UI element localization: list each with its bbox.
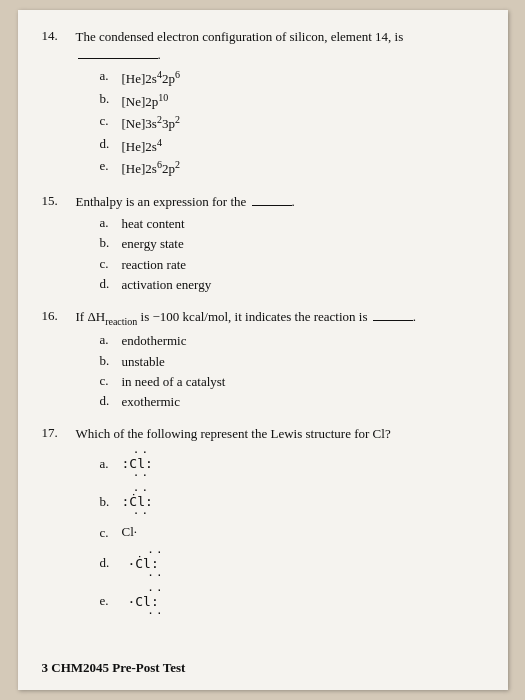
question-17: 17. Which of the following represent the… (42, 425, 484, 617)
option-letter: a. (100, 68, 122, 84)
option-letter: c. (100, 373, 122, 389)
option-letter: d. (100, 555, 122, 571)
list-item: c. Cl· (100, 523, 484, 541)
option-text: [Ne]2p10 (122, 91, 169, 112)
option-text: [He]2s42p6 (122, 68, 180, 89)
option-text: endothermic (122, 332, 187, 350)
option-letter: c. (100, 113, 122, 129)
option-letter: b. (100, 235, 122, 251)
option-letter: d. (100, 136, 122, 152)
list-item: d. ·· ·Ċl: ·· (100, 547, 484, 580)
list-item: a. heat content (100, 215, 484, 233)
option-text: energy state (122, 235, 184, 253)
question-15: 15. Enthalpy is an expression for the . … (42, 193, 484, 294)
option-text: Cl· (122, 523, 138, 541)
list-item: b. ·· :Ċl: ·· (100, 485, 484, 518)
option-letter: e. (100, 593, 122, 609)
option-text: reaction rate (122, 256, 187, 274)
option-text: exothermic (122, 393, 180, 411)
option-letter: a. (100, 215, 122, 231)
list-item: a. [He]2s42p6 (100, 68, 484, 89)
q14-options: a. [He]2s42p6 b. [Ne]2p10 c. [Ne]3s23p2 … (100, 68, 484, 179)
option-letter: b. (100, 494, 122, 510)
option-text: ·· ·Ċl: ·· (122, 547, 165, 580)
q16-number: 16. (42, 308, 76, 324)
list-item: b. unstable (100, 353, 484, 371)
option-letter: d. (100, 276, 122, 292)
question-16: 16. If ΔHreaction is −100 kcal/mol, it i… (42, 308, 484, 411)
option-text: [Ne]3s23p2 (122, 113, 180, 134)
option-letter: b. (100, 91, 122, 107)
q14-text: The condensed electron configuration of … (76, 28, 484, 64)
option-text: ·· :Ċl: ·· (122, 485, 153, 518)
list-item: d. activation energy (100, 276, 484, 294)
list-item: d. exothermic (100, 393, 484, 411)
option-text: heat content (122, 215, 185, 233)
list-item: c. reaction rate (100, 256, 484, 274)
option-text: in need of a catalyst (122, 373, 226, 391)
option-letter: b. (100, 353, 122, 369)
q16-text: If ΔHreaction is −100 kcal/mol, it indic… (76, 308, 484, 329)
q15-number: 15. (42, 193, 76, 209)
option-text: ·· :Cl: ·· (122, 447, 153, 480)
list-item: a. endothermic (100, 332, 484, 350)
option-text: [He]2s62p2 (122, 158, 180, 179)
option-text: [He]2s4 (122, 136, 162, 157)
list-item: c. in need of a catalyst (100, 373, 484, 391)
q15-options: a. heat content b. energy state c. react… (100, 215, 484, 294)
option-letter: a. (100, 332, 122, 348)
q16-options: a. endothermic b. unstable c. in need of… (100, 332, 484, 411)
q15-text: Enthalpy is an expression for the . (76, 193, 484, 211)
option-letter: d. (100, 393, 122, 409)
page: 14. The condensed electron configuration… (18, 10, 508, 690)
option-text: unstable (122, 353, 165, 371)
list-item: e. [He]2s62p2 (100, 158, 484, 179)
list-item: a. ·· :Cl: ·· (100, 447, 484, 480)
q17-options: a. ·· :Cl: ·· b. ·· :Ċl: ·· (100, 447, 484, 617)
option-letter: e. (100, 158, 122, 174)
q17-text: Which of the following represent the Lew… (76, 425, 484, 443)
q17-number: 17. (42, 425, 76, 441)
q14-number: 14. (42, 28, 76, 44)
option-text: ·· ·Cl: ·· (122, 585, 165, 618)
option-text: activation energy (122, 276, 212, 294)
list-item: e. ·· ·Cl: ·· (100, 585, 484, 618)
question-14: 14. The condensed electron configuration… (42, 28, 484, 179)
footer-text: 3 CHM2045 Pre-Post Test (42, 660, 186, 676)
list-item: d. [He]2s4 (100, 136, 484, 157)
list-item: b. [Ne]2p10 (100, 91, 484, 112)
list-item: c. [Ne]3s23p2 (100, 113, 484, 134)
option-letter: c. (100, 256, 122, 272)
list-item: b. energy state (100, 235, 484, 253)
option-letter: c. (100, 525, 122, 541)
option-letter: a. (100, 456, 122, 472)
